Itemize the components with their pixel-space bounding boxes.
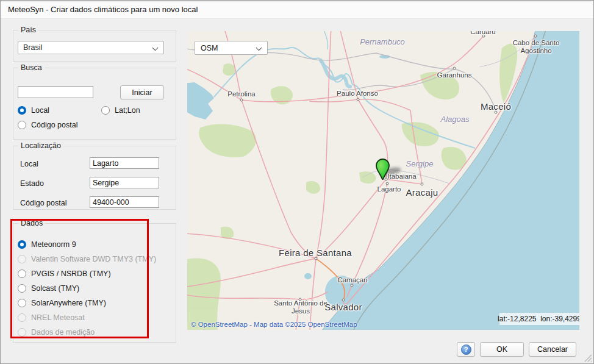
map-view[interactable]: CaruaruCabo de Santo AgostinhoGaranhunsP… — [187, 31, 579, 330]
dados-radio-option[interactable]: Meteonorm 9 — [18, 237, 146, 252]
dados-radio-option-label: Valentin Software DWD TMY3 (TMY) — [31, 255, 156, 263]
map-layer-select-value: OSM — [201, 44, 218, 52]
group-busca-label: Busca — [18, 63, 45, 72]
dados-radio-option-label: Dados de medição — [31, 328, 95, 337]
busca-radio-option[interactable]: Código postal — [18, 118, 101, 132]
dados-radio-option: Valentin Software DWD TMY3 (TMY) — [18, 252, 146, 266]
meteosyn-dialog: MeteoSyn - Criar dados climáticos para u… — [0, 0, 594, 364]
map-layer-select[interactable]: OSM — [195, 41, 268, 55]
dados-radio-option: Dados de medição — [18, 325, 146, 340]
dados-radio-option-label: PVGIS / NSRDB (TMY) — [31, 269, 111, 278]
busca-radio-option[interactable]: Local — [18, 103, 101, 118]
window-title: MeteoSyn - Criar dados climáticos para u… — [8, 1, 198, 19]
dados-radio-option: NREL Meteosat — [18, 310, 146, 325]
dados-radio-option-label: Solcast (TMY) — [31, 284, 79, 293]
radio-icon — [18, 255, 26, 263]
busca-radios: LocalLat;LonCódigo postal — [18, 103, 171, 132]
busca-radio-option-label: Lat;Lon — [115, 106, 140, 115]
iniciar-button[interactable]: Iniciar — [120, 85, 164, 99]
map-attribution[interactable]: © OpenStreetMap - Map data ©2025 OpenStr… — [191, 321, 357, 328]
resize-grip[interactable] — [582, 352, 592, 362]
coords-display: lat:-12,8225 lon:-39,4299 — [499, 313, 579, 325]
busca-radio-option-label: Código postal — [31, 121, 77, 129]
search-input[interactable] — [18, 86, 93, 98]
codigo-postal-field[interactable] — [90, 196, 159, 208]
chevron-down-icon — [256, 45, 262, 51]
radio-icon[interactable] — [18, 121, 26, 129]
radio-icon[interactable] — [18, 284, 26, 293]
radio-icon[interactable] — [18, 240, 26, 249]
field-label-estado: Estado — [20, 179, 44, 188]
radio-icon — [18, 328, 26, 337]
group-dados-label: Dados — [18, 219, 45, 227]
dados-radio-option-label: SolarAnywhere (TMY) — [31, 299, 106, 307]
help-icon: ? — [461, 344, 471, 355]
busca-radio-option[interactable]: Lat;Lon — [101, 103, 171, 118]
group-localizacao-label: Localização — [18, 141, 63, 150]
ok-button[interactable]: OK — [480, 342, 524, 357]
map-canvas — [187, 31, 579, 330]
radio-icon[interactable] — [18, 269, 26, 278]
cancel-button-label: Cancelar — [537, 345, 568, 354]
chevron-down-icon — [152, 45, 159, 51]
country-select[interactable]: Brasil — [18, 41, 164, 54]
dados-options: Meteonorm 9Valentin Software DWD TMY3 (T… — [18, 237, 146, 340]
local-field[interactable] — [90, 157, 159, 169]
dados-radio-option-label: NREL Meteosat — [31, 313, 85, 322]
dados-radio-option[interactable]: SolarAnywhere (TMY) — [18, 296, 146, 310]
titlebar: MeteoSyn - Criar dados climáticos para u… — [1, 1, 593, 19]
dados-radio-option-label: Meteonorm 9 — [31, 240, 76, 249]
help-button[interactable]: ? — [457, 342, 475, 357]
radio-icon[interactable] — [101, 106, 110, 115]
group-pais-label: País — [18, 26, 38, 34]
field-label-codigo-postal: Código postal — [20, 199, 66, 207]
radio-icon[interactable] — [18, 106, 26, 115]
country-select-value: Brasil — [23, 43, 42, 52]
ok-button-label: OK — [496, 345, 507, 354]
estado-field[interactable] — [90, 177, 159, 188]
radio-icon[interactable] — [18, 299, 26, 307]
dados-radio-option[interactable]: PVGIS / NSRDB (TMY) — [18, 266, 146, 281]
busca-radio-option-label: Local — [31, 106, 49, 115]
dados-radio-option[interactable]: Solcast (TMY) — [18, 281, 146, 296]
cancel-button[interactable]: Cancelar — [529, 342, 576, 357]
radio-icon — [18, 313, 26, 322]
iniciar-button-label: Iniciar — [132, 88, 152, 97]
field-label-local: Local — [20, 160, 38, 168]
